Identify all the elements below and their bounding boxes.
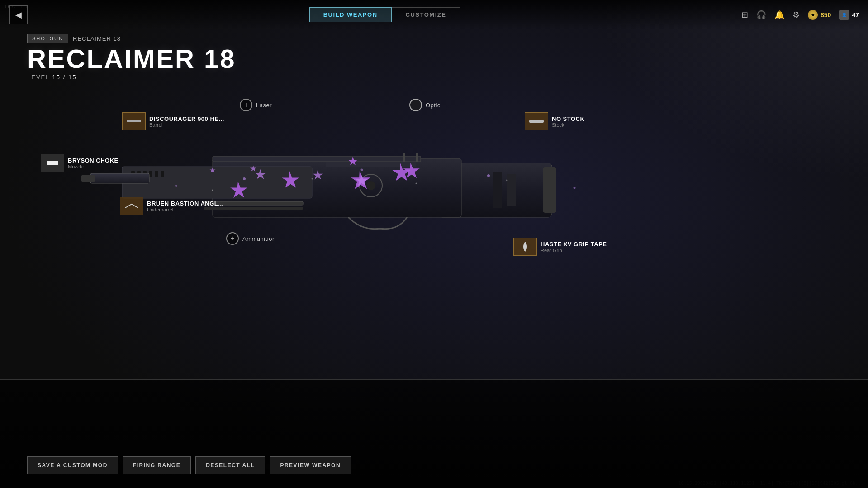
rear-grip-icon [513, 238, 537, 256]
bottom-buttons: SAVE A CUSTOM MOD FIRING RANGE DESELECT … [27, 456, 351, 474]
muzzle-text: BRYSON CHOKE Muzzle [68, 157, 119, 169]
topbar-left: ◀ [9, 5, 28, 24]
svg-point-37 [312, 178, 313, 180]
svg-rect-19 [416, 153, 418, 162]
stock-text: NO STOCK Stock [552, 115, 584, 128]
ammo-label: Ammunition [242, 235, 276, 242]
svg-rect-45 [47, 161, 58, 165]
deselect-all-button[interactable]: DESELECT ALL [195, 456, 265, 474]
ammo-slot[interactable]: + Ammunition [226, 232, 276, 245]
svg-point-38 [416, 183, 417, 184]
tab-build-weapon[interactable]: BUILD WEAPON [309, 7, 392, 22]
optic-slot[interactable]: − Optic [409, 99, 441, 111]
weapon-name-breadcrumb: RECLAIMER 18 [73, 35, 121, 42]
laser-slot[interactable]: + Laser [240, 99, 272, 111]
weapon-title: RECLAIMER 18 [27, 46, 236, 72]
optic-label: Optic [426, 102, 441, 109]
weapon-info: SHOTGUN RECLAIMER 18 RECLAIMER 18 LEVEL … [27, 34, 236, 81]
underbarrel-attachment[interactable]: BRUEN BASTION ANGL... Underbarrel [120, 197, 224, 215]
muzzle-attachment[interactable]: BRYSON CHOKE Muzzle [41, 154, 119, 172]
laser-label: Laser [256, 102, 272, 109]
weapon-graphic [54, 113, 845, 240]
underbarrel-text: BRUEN BASTION ANGL... Underbarrel [147, 200, 224, 212]
bell-icon[interactable]: 🔔 [774, 10, 784, 20]
svg-rect-2 [507, 174, 516, 206]
stock-attachment[interactable]: NO STOCK Stock [525, 112, 584, 130]
headset-icon[interactable]: 🎧 [756, 10, 766, 20]
svg-point-36 [212, 190, 213, 191]
svg-point-6 [366, 181, 375, 190]
ammo-circle-icon: + [226, 232, 239, 245]
laser-circle-icon: + [240, 99, 252, 111]
bottom-panel: V RECLAIMER 18 WEAPON PROGRESSION MODIFI… [0, 379, 868, 488]
svg-rect-15 [81, 175, 95, 182]
currency-display: ★ 850 [808, 10, 831, 20]
grid-icon[interactable]: ⊞ [741, 10, 748, 20]
svg-point-39 [506, 180, 508, 181]
weapon-level: LEVEL 15 / 15 [27, 74, 236, 81]
tab-customize[interactable]: CUSTOMIZE [392, 7, 460, 22]
svg-point-33 [487, 174, 490, 177]
category-badge: SHOTGUN [27, 34, 68, 43]
barrel-text: DISCOURAGER 900 HE... Barrel [149, 115, 224, 128]
stock-icon [525, 112, 548, 130]
save-custom-mod-button[interactable]: SAVE A CUSTOM MOD [27, 456, 118, 474]
currency-icon: ★ [808, 10, 818, 20]
svg-rect-44 [529, 120, 544, 123]
nav-tabs: BUILD WEAPON CUSTOMIZE [309, 7, 460, 22]
svg-rect-14 [90, 173, 149, 183]
barrel-icon [122, 112, 146, 130]
preview-weapon-button[interactable]: PREVIEW WEAPON [270, 456, 351, 474]
optic-circle-icon: − [409, 99, 422, 111]
topbar-right: ⊞ 🎧 🔔 ⚙ ★ 850 👤 47 [741, 10, 859, 20]
level-badge: 👤 47 [839, 10, 859, 20]
svg-point-32 [361, 169, 363, 171]
svg-rect-1 [493, 172, 502, 208]
svg-rect-16 [543, 167, 556, 213]
rear-grip-text: HASTE XV GRIP TAPE Rear Grip [541, 241, 607, 253]
underbarrel-icon [120, 197, 143, 215]
level-icon: 👤 [839, 10, 849, 20]
settings-icon[interactable]: ⚙ [792, 10, 800, 20]
weapon-svg [54, 113, 597, 240]
firing-range-button[interactable]: FIRING RANGE [123, 456, 191, 474]
svg-point-31 [243, 177, 246, 180]
svg-rect-17 [213, 156, 421, 162]
svg-rect-18 [403, 153, 405, 162]
svg-point-35 [175, 185, 177, 187]
svg-rect-13 [161, 171, 164, 177]
muzzle-icon [41, 154, 64, 172]
back-button[interactable]: ◀ [9, 5, 28, 24]
weapon-category: SHOTGUN RECLAIMER 18 [27, 34, 236, 43]
svg-rect-12 [155, 171, 158, 177]
svg-rect-43 [127, 120, 141, 122]
svg-point-34 [574, 187, 576, 189]
rear-grip-attachment[interactable]: HASTE XV GRIP TAPE Rear Grip [513, 238, 607, 256]
topbar: ◀ BUILD WEAPON CUSTOMIZE ⊞ 🎧 🔔 ⚙ ★ 850 👤… [0, 0, 868, 29]
barrel-attachment[interactable]: DISCOURAGER 900 HE... Barrel [122, 112, 224, 130]
